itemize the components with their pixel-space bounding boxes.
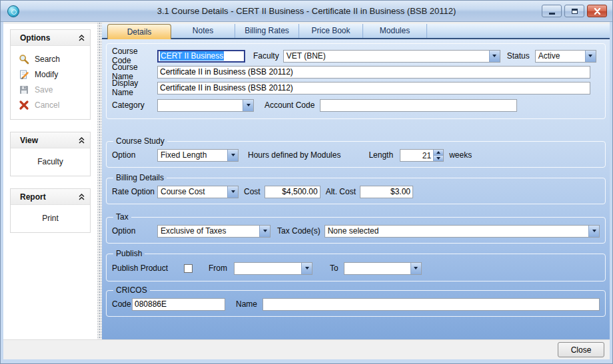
floppy-disk-icon [19, 85, 29, 95]
display-name-value: Certificate II in Business (BSB 20112) [160, 83, 293, 92]
sidebar-item-label: Cancel [35, 100, 59, 110]
course-study-title: Course Study [113, 136, 167, 146]
cost-input[interactable]: $4,500.00 [265, 186, 320, 198]
minimize-icon [549, 13, 555, 15]
cricos-code-input[interactable]: 080886E [132, 298, 225, 311]
tab-label: Notes [193, 26, 213, 35]
publish-product-checkbox[interactable] [184, 264, 193, 273]
publish-from-dropdown[interactable] [234, 262, 312, 275]
dropdown-button[interactable] [301, 263, 312, 274]
account-code-input[interactable] [320, 99, 517, 112]
sidebar-item-modify[interactable]: Modify [11, 67, 90, 82]
tab-notes[interactable]: Notes [171, 24, 235, 38]
tab-label: Price Book [311, 26, 350, 35]
dropdown-button[interactable] [259, 226, 270, 237]
cricos-name-input[interactable] [263, 298, 600, 311]
edit-pencil-icon [19, 69, 29, 80]
cost-label: Cost [244, 187, 261, 196]
tab-modules[interactable]: Modules [363, 24, 427, 38]
publish-product-label: Publish Product [112, 264, 179, 273]
close-button[interactable]: Close [558, 342, 604, 357]
tab-label: Billing Rates [245, 26, 289, 35]
sidebar-item-label: Modify [35, 70, 58, 79]
collapse-chevron-icon[interactable] [79, 35, 85, 41]
length-spinner[interactable]: 21 [400, 149, 444, 162]
length-value: 21 [400, 150, 433, 161]
titlebar[interactable]: 3.1 Course Details - CERT II Business - … [1, 1, 612, 22]
course-code-input[interactable]: CERT II Business [157, 50, 245, 63]
chevron-down-icon [247, 104, 251, 106]
chevron-down-icon [588, 55, 592, 57]
spin-up-button[interactable] [434, 150, 443, 155]
sidebar-item-save[interactable]: Save [11, 82, 90, 97]
display-name-input[interactable]: Certificate II in Business (BSB 20112) [157, 82, 590, 94]
tax-option-value: Exclusive of Taxes [158, 226, 259, 236]
main-panel: Details Notes Billing Rates Price Book M… [102, 24, 610, 339]
tab-price-book[interactable]: Price Book [299, 24, 363, 38]
collapse-chevron-icon[interactable] [79, 194, 85, 200]
faculty-label: Faculty [253, 51, 279, 61]
magnifier-icon [19, 54, 29, 65]
tab-details[interactable]: Details [107, 24, 171, 39]
cricos-group: CRICOS Code 080886E Name [106, 285, 606, 317]
sidebar-item-search[interactable]: Search [11, 51, 90, 67]
options-group-title: Options [20, 33, 50, 43]
cricos-name-label: Name [236, 299, 257, 309]
tax-option-dropdown[interactable]: Exclusive of Taxes [157, 225, 271, 238]
maximize-button[interactable] [564, 5, 584, 17]
sidebar-item-print[interactable]: Print [11, 210, 90, 226]
category-dropdown[interactable] [157, 99, 254, 112]
billing-details-group: Billing Details Rate Option Course Cost … [106, 173, 606, 204]
report-group-header[interactable]: Report [11, 189, 90, 205]
publish-to-dropdown[interactable] [344, 262, 422, 275]
sidebar-item-label: Print [42, 214, 59, 223]
tax-codes-dropdown[interactable]: None selected [324, 225, 600, 238]
chevron-down-icon [414, 267, 418, 270]
sidebar-splitter[interactable] [97, 22, 102, 339]
study-option-value: Fixed Length [158, 150, 227, 160]
status-dropdown[interactable]: Active [535, 50, 596, 63]
study-option-dropdown[interactable]: Fixed Length [157, 149, 239, 162]
chevron-down-icon [263, 230, 267, 232]
close-window-button[interactable] [587, 5, 607, 17]
selected-text: CERT II Business [160, 51, 224, 61]
course-name-input[interactable]: Certificate II in Business (BSB 20112) [157, 66, 590, 79]
dropdown-button[interactable] [227, 186, 238, 198]
close-icon [594, 8, 601, 15]
billing-details-title: Billing Details [113, 173, 167, 182]
cricos-code-value: 080886E [135, 299, 167, 309]
alt-cost-input[interactable]: $3.00 [360, 186, 413, 198]
tax-option-label: Option [112, 226, 157, 236]
alt-cost-label: Alt. Cost [326, 187, 356, 196]
cost-value: $4,500.00 [282, 187, 317, 196]
account-code-label: Account Code [265, 100, 314, 110]
window-title: 3.1 Course Details - CERT II Business - … [1, 6, 612, 16]
chevron-down-icon [231, 154, 235, 156]
tax-group: Tax Option Exclusive of Taxes Tax Code(s… [106, 212, 606, 244]
details-tab-content: Course Code CERT II Business Faculty VET… [102, 39, 610, 339]
tab-billing-rates[interactable]: Billing Rates [235, 24, 299, 38]
minimize-button[interactable] [542, 5, 562, 17]
options-group-header[interactable]: Options [11, 30, 90, 46]
dropdown-button[interactable] [489, 51, 500, 62]
tab-label: Modules [380, 26, 410, 35]
spin-down-button[interactable] [434, 155, 443, 161]
cricos-code-label: Code [112, 299, 132, 309]
dropdown-button[interactable] [243, 100, 253, 111]
rate-option-label: Rate Option [112, 187, 157, 196]
dropdown-button[interactable] [227, 150, 238, 161]
view-group-header[interactable]: View [11, 132, 90, 148]
sidebar-item-label: Save [35, 85, 53, 94]
alt-cost-value: $3.00 [390, 187, 410, 196]
dropdown-button[interactable] [588, 226, 599, 237]
publish-group: Publish Publish Product From To [106, 249, 606, 281]
sidebar-item-faculty[interactable]: Faculty [11, 154, 90, 169]
collapse-chevron-icon[interactable] [79, 137, 85, 144]
sidebar-item-label: Search [35, 55, 60, 64]
rate-option-dropdown[interactable]: Course Cost [157, 186, 239, 198]
sidebar-item-cancel[interactable]: Cancel [11, 97, 90, 112]
dropdown-button[interactable] [410, 263, 421, 274]
faculty-dropdown[interactable]: VET (BNE) [283, 50, 500, 63]
dropdown-button[interactable] [585, 51, 596, 62]
status-label: Status [507, 51, 530, 61]
